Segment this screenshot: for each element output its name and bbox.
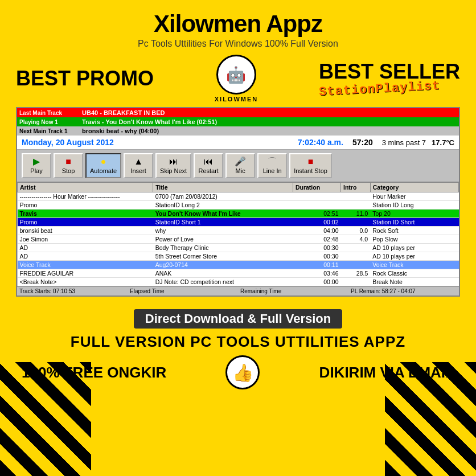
- table-row[interactable]: <Break Note>DJ Note: CD competition next…: [18, 278, 459, 286]
- cell-artist: ---------------- Hour Marker -----------…: [18, 192, 153, 201]
- cell-intro: [340, 201, 370, 210]
- track-table-container: Artist Title Duration Intro Category ---…: [17, 182, 459, 286]
- pl-remain: PL Remain: 58:27 - 04:07: [351, 288, 457, 294]
- cell-title: why: [153, 227, 293, 235]
- cell-category: Station ID Long: [370, 201, 458, 210]
- logo-center: 🤖 XILOWMEN: [215, 55, 258, 102]
- cell-category: AD 10 plays per: [370, 244, 458, 252]
- cell-artist: Promo: [18, 201, 153, 210]
- col-header-title: Title: [153, 183, 293, 192]
- table-row[interactable]: ADBody Therapy Clinic00:30AD 10 plays pe…: [18, 244, 459, 252]
- skip-next-label: Skip Next: [160, 167, 187, 174]
- app-subtitle: Pc Tools Uttilities For Windows 100% Ful…: [16, 39, 460, 49]
- download-text: Direct Download & Full Version: [134, 309, 342, 329]
- track-starts: Track Starts: 07:10:53: [19, 288, 125, 294]
- next-track-bar: Next Main Track 1 bronski beat - why (04…: [17, 126, 459, 136]
- cell-category: AD 10 plays per: [370, 252, 458, 261]
- cell-intro: [340, 244, 370, 252]
- insert-icon: ▲: [134, 157, 143, 166]
- station-playlist-text: StationPlaylist: [318, 79, 440, 99]
- col-header-duration: Duration: [293, 183, 340, 192]
- table-row[interactable]: ---------------- Hour Marker -----------…: [18, 192, 459, 201]
- cell-category: Rock Soft: [370, 227, 458, 235]
- cell-artist: AD: [18, 252, 153, 261]
- table-row[interactable]: Joe SimonPower of Love02:484.0Pop Slow: [18, 235, 459, 244]
- cell-artist: Promo: [18, 218, 153, 227]
- cell-intro: 4.0: [340, 235, 370, 244]
- automate-button[interactable]: ● Automate: [85, 153, 121, 178]
- restart-label: Restart: [198, 167, 218, 174]
- table-row[interactable]: Voice TrackAug20-071400:11Voice Track: [18, 261, 459, 269]
- time-display: 7:02:40 a.m.: [298, 138, 343, 147]
- playing-now-bar: Playing Now 1 Travis - You Don't Know Wh…: [17, 117, 459, 126]
- instant-stop-button[interactable]: ■ Instant Stop: [289, 153, 332, 178]
- line-in-label: Line In: [263, 167, 282, 174]
- cell-duration: 02:48: [293, 235, 340, 244]
- bottom-footer: 100% FREE ONGKIR 👍 DIKIRIM VIA EMAIL: [16, 355, 460, 389]
- cell-category: Rock Classic: [370, 269, 458, 278]
- stop-label: Stop: [62, 167, 75, 174]
- cell-category: Hour Marker: [370, 192, 458, 201]
- elapsed-label: Elapsed Time: [130, 288, 236, 294]
- play-button[interactable]: ▶ Play: [22, 153, 51, 178]
- cell-intro: [340, 278, 370, 286]
- cell-title: StationID Short 1: [153, 218, 293, 227]
- logo-name: XILOWMEN: [215, 96, 258, 102]
- status-bar: Track Starts: 07:10:53 Elapsed Time Rema…: [17, 286, 459, 296]
- cell-title: ANAK: [153, 269, 293, 278]
- line-in-button[interactable]: ⌒ Line In: [257, 153, 287, 178]
- track-table: Artist Title Duration Intro Category ---…: [17, 182, 459, 286]
- mic-button[interactable]: 🎤 Mic: [225, 153, 255, 178]
- cell-title: Power of Love: [153, 235, 293, 244]
- ongkir-text: 100% FREE ONGKIR: [22, 364, 166, 381]
- table-row[interactable]: PromoStationID Short 100:02Station ID Sh…: [18, 218, 459, 227]
- cell-duration: [293, 192, 340, 201]
- table-row[interactable]: FREDDIE AGUILARANAK03:4628.5Rock Classic: [18, 269, 459, 278]
- cell-artist: Joe Simon: [18, 235, 153, 244]
- mic-label: Mic: [236, 167, 245, 174]
- skip-next-button[interactable]: ⏭ Skip Next: [155, 153, 191, 178]
- restart-icon: ⏮: [204, 157, 213, 166]
- automate-label: Automate: [90, 167, 117, 174]
- best-seller-block: BEST SELLER StationPlaylist: [319, 61, 460, 96]
- cell-artist: bronski beat: [18, 227, 153, 235]
- countdown-display: 57:20: [349, 138, 376, 147]
- buttons-row: ▶ Play ■ Stop ● Automate ▲ Insert ⏭ Skip…: [17, 150, 459, 182]
- cell-duration: 00:00: [293, 278, 340, 286]
- remaining-label: Remaining Time: [240, 288, 346, 294]
- insert-button[interactable]: ▲ Insert: [124, 153, 153, 178]
- restart-button[interactable]: ⏮ Restart: [194, 153, 223, 178]
- table-row[interactable]: PromoStationID Long 2Station ID Long: [18, 201, 459, 210]
- cell-artist: Voice Track: [18, 261, 153, 269]
- cell-duration: [293, 201, 340, 210]
- table-row[interactable]: AD5th Street Corner Store00:30AD 10 play…: [18, 252, 459, 261]
- automate-icon: ●: [101, 157, 106, 166]
- cell-category: Break Note: [370, 278, 458, 286]
- cell-intro: [340, 218, 370, 227]
- datetime-row: Monday, 20 August 2012 7:02:40 a.m. 57:2…: [17, 136, 459, 150]
- cell-duration: 00:30: [293, 244, 340, 252]
- dikirim-text: DIKIRIM VIA EMAIL: [319, 364, 454, 381]
- cell-category: Top 20: [370, 210, 458, 218]
- table-row[interactable]: bronski beatwhy04:000.0Rock Soft: [18, 227, 459, 235]
- mic-icon: 🎤: [235, 157, 246, 166]
- cell-category: Station ID Short: [370, 218, 458, 227]
- stop-button[interactable]: ■ Stop: [54, 153, 83, 178]
- thumb-icon: 👍: [225, 355, 260, 389]
- col-header-intro: Intro: [340, 183, 370, 192]
- col-header-artist: Artist: [18, 183, 153, 192]
- cell-duration: 00:30: [293, 252, 340, 261]
- app-window: Last Main Track UB40 - BREAKFAST IN BED …: [16, 107, 460, 297]
- instant-stop-label: Instant Stop: [294, 167, 327, 174]
- table-row[interactable]: TravisYou Don't Know What I'm Like02:511…: [18, 210, 459, 218]
- cell-artist: Travis: [18, 210, 153, 218]
- col-header-category: Category: [370, 183, 458, 192]
- cell-artist: <Break Note>: [18, 278, 153, 286]
- full-version-text: FULL VERSION PC TOOLS UTTILITIES APPZ: [16, 333, 460, 351]
- instant-stop-icon: ■: [308, 157, 314, 166]
- cell-intro: [340, 252, 370, 261]
- cell-title: 5th Street Corner Store: [153, 252, 293, 261]
- date-display: Monday, 20 August 2012: [22, 138, 292, 147]
- cell-duration: 00:02: [293, 218, 340, 227]
- logo-icon: 🤖: [216, 55, 256, 95]
